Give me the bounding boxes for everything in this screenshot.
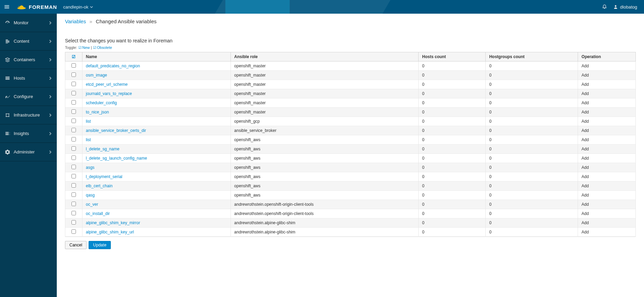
menu-toggle-button[interactable] xyxy=(0,4,14,10)
cell-operation: Add xyxy=(578,126,636,135)
cell-hosts: 0 xyxy=(419,126,486,135)
variable-name-link[interactable]: oc_install_dir xyxy=(86,211,110,216)
cell-role: andrewrothstein.openshift-origin-client-… xyxy=(231,209,419,218)
row-checkbox[interactable] xyxy=(71,119,76,123)
cell-role: openshift_master xyxy=(231,89,419,98)
cell-hostgroups: 0 xyxy=(486,117,578,126)
svg-point-6 xyxy=(9,116,10,117)
variable-name-link[interactable]: default_predicates_no_region xyxy=(86,64,140,68)
cancel-button[interactable]: Cancel xyxy=(65,241,87,249)
cell-hostgroups: 0 xyxy=(486,62,578,71)
variable-name-link[interactable]: oc_ver xyxy=(86,202,98,207)
cell-operation: Add xyxy=(578,71,636,80)
notifications-button[interactable] xyxy=(602,4,607,10)
variable-name-link[interactable]: alpine_glibc_shim_key_mirror xyxy=(86,220,140,225)
row-checkbox[interactable] xyxy=(71,109,76,114)
cell-hosts: 0 xyxy=(419,209,486,218)
variable-name-link[interactable]: l_delete_sg_launch_config_name xyxy=(86,156,147,161)
row-checkbox[interactable] xyxy=(71,128,76,132)
row-checkbox[interactable] xyxy=(71,229,76,234)
update-button[interactable]: Update xyxy=(89,241,111,249)
variable-name-link[interactable]: scheduler_config xyxy=(86,100,117,105)
check-icon: ☑ xyxy=(78,45,82,50)
col-role: Ansible role xyxy=(231,52,419,62)
sidebar-item-insights[interactable]: Insights xyxy=(0,124,57,143)
cell-operation: Add xyxy=(578,62,636,71)
cell-hosts: 0 xyxy=(419,218,486,228)
main-content: Variables » Changed Ansible variables Se… xyxy=(57,14,644,297)
variable-name-link[interactable]: qasg xyxy=(86,193,95,198)
context-selector[interactable]: candlepin-ok xyxy=(63,4,93,10)
row-checkbox[interactable] xyxy=(71,192,76,197)
variable-name-link[interactable]: journald_vars_to_replace xyxy=(86,91,132,96)
sidebar-item-containers[interactable]: Containers xyxy=(0,51,57,69)
variable-name-link[interactable]: alpine_glibc_shim_key_url xyxy=(86,230,134,234)
row-checkbox[interactable] xyxy=(71,91,76,95)
check-all-icon: ☑ xyxy=(72,54,76,59)
cell-operation: Add xyxy=(578,117,636,126)
sidebar-item-configure[interactable]: Configure xyxy=(0,87,57,106)
cell-operation: Add xyxy=(578,172,636,181)
row-checkbox[interactable] xyxy=(71,63,76,68)
sidebar-item-label: Content xyxy=(14,39,29,44)
cell-hostgroups: 0 xyxy=(486,209,578,218)
row-checkbox[interactable] xyxy=(71,211,76,215)
variable-name-link[interactable]: l_deployment_serial xyxy=(86,174,122,179)
sidebar-item-monitor[interactable]: Monitor xyxy=(0,14,57,32)
cell-hostgroups: 0 xyxy=(486,126,578,135)
table-row: journald_vars_to_replaceopenshift_master… xyxy=(65,89,636,98)
row-checkbox[interactable] xyxy=(71,82,76,86)
variable-name-link[interactable]: asgs xyxy=(86,165,94,170)
variable-name-link[interactable]: ansible_service_broker_certs_dir xyxy=(86,128,146,133)
row-checkbox[interactable] xyxy=(71,146,76,151)
cell-operation: Add xyxy=(578,181,636,191)
page-title: Changed Ansible variables xyxy=(96,18,157,24)
context-label: candlepin-ok xyxy=(63,4,89,10)
sidebar-item-hosts[interactable]: Hosts xyxy=(0,69,57,87)
variable-name-link[interactable]: etcd_peer_url_scheme xyxy=(86,82,128,87)
variable-name-link[interactable]: elb_cert_chain xyxy=(86,184,113,188)
cell-hostgroups: 0 xyxy=(486,108,578,117)
toggle-new-link[interactable]: ☑New xyxy=(78,45,90,50)
sidebar-item-label: Monitor xyxy=(14,20,28,25)
cell-hosts: 0 xyxy=(419,117,486,126)
variable-name-link[interactable]: to_nice_json xyxy=(86,110,109,114)
row-checkbox[interactable] xyxy=(71,174,76,178)
sidebar-item-infrastructure[interactable]: Infrastructure xyxy=(0,106,57,124)
breadcrumb-parent-link[interactable]: Variables xyxy=(65,18,86,24)
toggle-prefix: Toggle: xyxy=(65,45,77,50)
select-all-header[interactable]: ☑ xyxy=(65,52,82,62)
cell-role: openshift_master xyxy=(231,98,419,108)
row-checkbox[interactable] xyxy=(71,220,76,225)
table-row: l_delete_sg_nameopenshift_aws00Add xyxy=(65,145,636,154)
cell-operation: Add xyxy=(578,228,636,237)
toggle-obsolete-link[interactable]: ☑Obsolete xyxy=(93,45,112,50)
variable-name-link[interactable]: list xyxy=(86,119,91,124)
row-checkbox[interactable] xyxy=(71,165,76,169)
user-menu[interactable]: dlobatog xyxy=(613,4,637,10)
row-checkbox[interactable] xyxy=(71,183,76,188)
cell-operation: Add xyxy=(578,135,636,145)
cell-role: openshift_master xyxy=(231,108,419,117)
sidebar-item-content[interactable]: Content xyxy=(0,32,57,51)
variable-name-link[interactable]: l_delete_sg_name xyxy=(86,147,119,151)
table-row: listopenshift_gcp00Add xyxy=(65,117,636,126)
cell-operation: Add xyxy=(578,89,636,98)
table-row: qasgopenshift_aws00Add xyxy=(65,191,636,200)
variable-name-link[interactable]: osm_image xyxy=(86,73,107,78)
row-checkbox[interactable] xyxy=(71,202,76,206)
cell-hosts: 0 xyxy=(419,163,486,172)
sidebar-item-administer[interactable]: Administer xyxy=(0,143,57,161)
cell-hosts: 0 xyxy=(419,71,486,80)
cell-operation: Add xyxy=(578,80,636,89)
chevron-down-icon xyxy=(90,5,93,9)
row-checkbox[interactable] xyxy=(71,137,76,141)
svg-point-4 xyxy=(9,113,10,114)
brand[interactable]: FOREMAN xyxy=(17,3,57,11)
row-checkbox[interactable] xyxy=(71,100,76,105)
cell-hostgroups: 0 xyxy=(486,154,578,163)
row-checkbox[interactable] xyxy=(71,72,76,77)
col-name: Name xyxy=(82,52,231,62)
row-checkbox[interactable] xyxy=(71,156,76,160)
variable-name-link[interactable]: list xyxy=(86,137,91,142)
